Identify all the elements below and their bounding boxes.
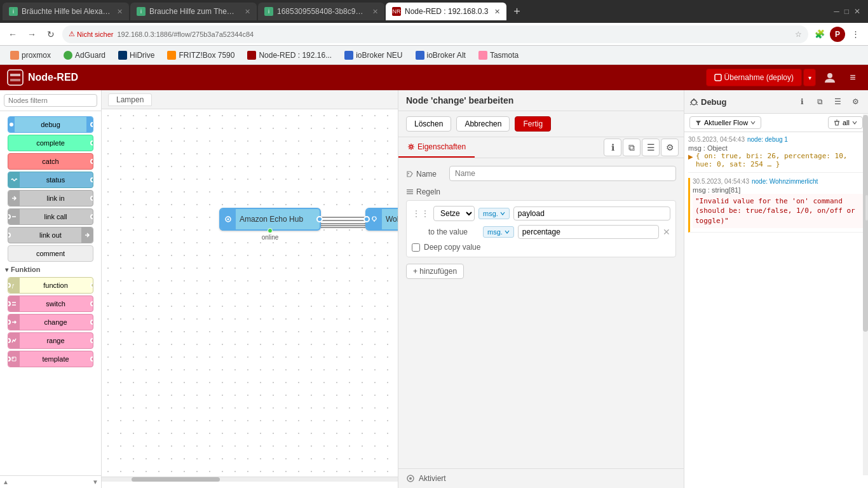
- back-button[interactable]: ←: [5, 27, 20, 42]
- bookmark-proxmox[interactable]: proxmox: [5, 49, 56, 62]
- window-maximize[interactable]: □: [844, 7, 849, 16]
- bookmark-nodered[interactable]: Node-RED : 192.16...: [242, 49, 337, 62]
- rule-1-drag-handle[interactable]: ⋮⋮: [412, 208, 430, 219]
- deep-copy-checkbox[interactable]: [412, 243, 420, 252]
- tab-properties[interactable]: Eigenschaften: [398, 137, 475, 158]
- rule-1-value-input[interactable]: [518, 225, 659, 239]
- window-minimize[interactable]: ─: [834, 7, 839, 16]
- rule-1-value-type-badge[interactable]: msg.: [483, 226, 514, 238]
- deploy-dropdown-button[interactable]: ▾: [803, 69, 816, 86]
- tab-4-active[interactable]: NR Node-RED : 192.168.0.3 ✕: [386, 3, 506, 20]
- bookmark-tasmota[interactable]: Tasmota: [473, 49, 524, 62]
- bookmark-fritzbox-icon: [167, 51, 176, 60]
- node-item-function[interactable]: ƒ function: [8, 277, 93, 294]
- tab-copy-icon[interactable]: ⧉: [623, 139, 641, 156]
- forward-button[interactable]: →: [24, 27, 39, 42]
- canvas-area: Lampen: [102, 90, 398, 488]
- tab-3-close[interactable]: ✕: [372, 8, 378, 16]
- debug-filter-icon[interactable]: ☰: [830, 94, 845, 109]
- funktion-section-header[interactable]: Funktion: [0, 263, 101, 276]
- node-item-catch[interactable]: catch: [8, 153, 93, 170]
- profile-icon[interactable]: P: [830, 27, 845, 42]
- node-item-status[interactable]: status: [8, 172, 93, 188]
- node-item-change[interactable]: change: [8, 314, 93, 330]
- debug-entry-1-type: msg : Object: [688, 144, 864, 152]
- canvas[interactable]: Amazon Echo Hub online Woh: [102, 109, 398, 477]
- node-item-switch[interactable]: switch: [8, 295, 93, 312]
- node-item-comment[interactable]: comment: [8, 245, 93, 262]
- tab-1[interactable]: i Bräuchte Hilfe bei Alexa - Tasmo ✕: [3, 3, 129, 20]
- bookmark-hidrive[interactable]: HiDrive: [113, 49, 159, 62]
- tab-4-close[interactable]: ✕: [494, 8, 500, 16]
- debug-entry-1-expandable[interactable]: ▶ { on: true, bri: 26, percentage: 10, h…: [688, 152, 864, 168]
- hamburger-icon[interactable]: ≡: [844, 69, 862, 86]
- extensions-icon[interactable]: 🧩: [812, 27, 827, 42]
- bookmark-iobroker-alt[interactable]: ioBroker Alt: [410, 49, 471, 62]
- node-item-debug[interactable]: debug: [8, 116, 93, 133]
- name-input[interactable]: [449, 166, 676, 181]
- edit-toolbar: Löschen Abbrechen Fertig: [398, 111, 684, 137]
- browser-icons: 🧩 P ⋮: [812, 27, 863, 42]
- tab-2[interactable]: i Brauche Hilfe zum Thema NodeR... ✕: [130, 3, 257, 20]
- palette-search-input[interactable]: [4, 94, 97, 107]
- node-item-link-out[interactable]: link out: [8, 227, 93, 243]
- palette-scroll-down[interactable]: ▼: [92, 478, 98, 485]
- rule-1-target-input[interactable]: [513, 207, 670, 220]
- new-tab-button[interactable]: +: [508, 3, 526, 20]
- menu-icon[interactable]: ⋮: [848, 27, 863, 42]
- echo-hub-label: Amazon Echo Hub: [240, 215, 303, 224]
- canvas-scrollbar[interactable]: [102, 477, 398, 482]
- tab-3[interactable]: i 1685309558408-3b8c9778-2136... ✕: [258, 3, 384, 20]
- palette-scroll-up[interactable]: ▲: [3, 478, 9, 485]
- node-item-link-in[interactable]: link in: [8, 190, 93, 207]
- debug-filter-button[interactable]: Aktueller Flow: [689, 116, 761, 129]
- address-bar-container[interactable]: ⚠ Nicht sicher 192.168.0.3:1886/#flow/27…: [62, 25, 808, 43]
- canvas-node-wohnzimmer[interactable]: Wohnzimmerlicht: [365, 208, 398, 231]
- tab-1-favicon: i: [9, 7, 18, 16]
- debug-info-icon[interactable]: ℹ: [794, 94, 810, 109]
- debug-entry-2-node: node: Wohnzimmerlicht: [752, 178, 818, 185]
- deploy-button[interactable]: Übernahme (deploy): [706, 69, 802, 86]
- rules-section-label: Regeln: [416, 187, 440, 196]
- node-item-template[interactable]: template: [8, 351, 93, 367]
- tab-kebab-icon[interactable]: ☰: [642, 139, 660, 156]
- name-label: Name: [406, 166, 444, 179]
- done-button[interactable]: Fertig: [515, 116, 551, 132]
- svg-rect-1: [715, 74, 721, 81]
- rule-1-close-button[interactable]: ✕: [663, 227, 670, 237]
- tab-settings-icon[interactable]: ⚙: [661, 139, 679, 156]
- bookmark-fritzbox[interactable]: FRITZ!Box 7590: [162, 49, 240, 62]
- reload-button[interactable]: ↻: [43, 27, 58, 42]
- rule-1-to-value-label: to the value: [428, 227, 479, 236]
- bookmark-adguard[interactable]: AdGuard: [58, 49, 111, 62]
- node-item-complete[interactable]: complete: [8, 135, 93, 151]
- link-call-icon: [11, 214, 17, 220]
- lamp-icon: [370, 215, 378, 223]
- node-item-range[interactable]: range: [8, 332, 93, 349]
- tab-info-icon[interactable]: ℹ: [604, 139, 621, 156]
- flow-tab[interactable]: Lampen: [108, 93, 152, 106]
- bookmark-iobroker-neu[interactable]: ioBroker NEU: [339, 49, 407, 62]
- debug-clear-button[interactable]: all: [828, 116, 863, 129]
- tab-2-close[interactable]: ✕: [245, 8, 250, 16]
- debug-copy-icon[interactable]: ⧉: [812, 94, 827, 109]
- rule-1-action-select[interactable]: Setze: [433, 206, 475, 221]
- svg-rect-0: [8, 70, 23, 85]
- bookmark-star[interactable]: ☆: [795, 30, 802, 39]
- user-icon[interactable]: [821, 69, 839, 86]
- canvas-node-echo-hub[interactable]: Amazon Echo Hub online: [219, 208, 321, 231]
- debug-settings-icon[interactable]: ⚙: [848, 94, 863, 109]
- tab-1-close[interactable]: ✕: [117, 8, 123, 16]
- tag-icon: [406, 170, 414, 178]
- rule-1-target-type-badge[interactable]: msg.: [478, 208, 510, 219]
- node-item-link-call[interactable]: link call: [8, 208, 93, 225]
- debug-resize-handle[interactable]: [865, 195, 868, 220]
- delete-button[interactable]: Löschen: [406, 116, 451, 132]
- add-rule-button[interactable]: + hinzufügen: [406, 264, 464, 279]
- canvas-scrollbar-thumb: [132, 477, 220, 482]
- svg-point-15: [693, 98, 695, 100]
- svg-rect-9: [407, 189, 413, 191]
- tab-2-label: Brauche Hilfe zum Thema NodeR...: [149, 7, 238, 16]
- window-close[interactable]: ✕: [854, 7, 860, 16]
- cancel-button[interactable]: Abbrechen: [456, 116, 510, 132]
